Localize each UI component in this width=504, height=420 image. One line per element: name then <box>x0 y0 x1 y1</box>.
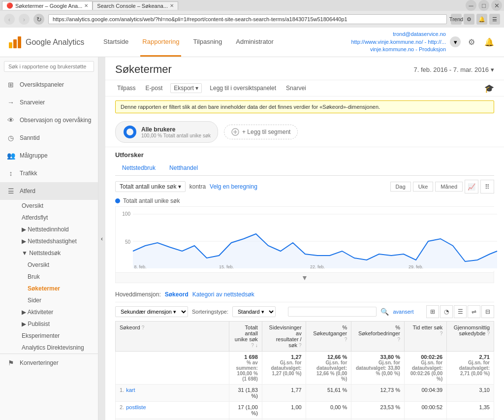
forward-btn[interactable]: › <box>19 14 30 25</box>
list-view-icon[interactable]: ☰ <box>454 305 467 318</box>
url-bar[interactable]: https://analytics.google.com/analytics/w… <box>48 14 447 24</box>
th-tid-etter-sok[interactable]: Tid etter søk ? <box>404 322 446 352</box>
trend-btn[interactable]: Trend <box>451 14 462 25</box>
ext-icon2[interactable]: 🔔 <box>476 14 487 25</box>
svg-text:15. feb.: 15. feb. <box>219 264 234 269</box>
submenu-atferdsflyt[interactable]: Atferdsflyt <box>18 212 98 224</box>
clock-icon: ◷ <box>6 133 16 143</box>
submenu-sider[interactable]: Sider <box>24 294 98 306</box>
legg-til-btn[interactable]: Legg til i oversiktspanelet <box>208 84 278 93</box>
submenu-eksperimenter[interactable]: Eksperimenter <box>18 330 98 342</box>
sidebar-item-snarveier[interactable]: → Snarveier <box>0 94 98 111</box>
back-btn[interactable]: ‹ <box>4 14 15 25</box>
help-icon[interactable]: 🎓 <box>484 84 494 93</box>
date-range-text: 7. feb. 2016 - 7. mar. 2016 <box>414 66 489 73</box>
table-search-input[interactable] <box>288 307 377 317</box>
dim-sokeord-link[interactable]: Søkeord <box>165 291 189 298</box>
toolbar: Tilpass E-post Eksport ▾ Legg til i over… <box>105 80 504 97</box>
sidebar-search-input[interactable] <box>4 61 94 72</box>
ext-icon1[interactable]: ⚙ <box>464 14 474 25</box>
tab-close[interactable]: ✕ <box>170 3 174 8</box>
ga-logo-icon <box>8 35 22 49</box>
header-right: trond@dataservice.no http://www.vinje.ko… <box>351 31 496 53</box>
tab-search-console[interactable]: Search Console – Søkeana... ✕ <box>93 1 178 10</box>
tab-close[interactable]: ✕ <box>84 3 88 8</box>
submenu-sok-oversikt[interactable]: Oversikt <box>24 259 98 271</box>
tab-nettstedbruk[interactable]: Nettstedbruk <box>115 162 162 175</box>
th-keyword-help: ? <box>142 325 145 330</box>
minimize-btn[interactable]: ─ <box>466 0 476 11</box>
row1-keyword: 1.kart <box>116 385 229 402</box>
th-sokeforbedringer[interactable]: % Søkeforbedringer ? <box>351 322 405 352</box>
date-range-picker[interactable]: 7. feb. 2016 - 7. mar. 2016 ▾ <box>414 66 495 73</box>
add-segment-btn[interactable]: + Legg til segment <box>224 125 298 139</box>
pie-view-icon[interactable]: ◔ <box>440 305 453 318</box>
refresh-btn[interactable]: ↻ <box>33 14 44 25</box>
tab-netthandel[interactable]: Netthandel <box>162 162 205 175</box>
snarvei-btn[interactable]: Snarvei <box>284 84 308 93</box>
browser-toolbar-icons: Trend ⚙ 🔔 ☰ <box>451 14 500 25</box>
th-sokeutganger[interactable]: % Søkeutganger ? <box>306 322 351 352</box>
close-btn[interactable]: ✕ <box>491 0 502 11</box>
sidebar-item-oversiktspaneler[interactable]: ⊞ Oversiktspaneler <box>0 76 98 94</box>
account-switcher-btn[interactable]: ▾ <box>450 36 461 47</box>
submenu-aktiviteter[interactable]: ▶ Aktiviteter <box>18 306 98 318</box>
th-sokedybde[interactable]: Gjennomsnittig søkedybde ? <box>447 322 494 352</box>
settings-icon[interactable]: ⚙ <box>465 35 478 49</box>
segment-pill[interactable]: Alle brukere 100,00 % Totalt antall unik… <box>115 121 218 143</box>
submenu-nettstedshastighet[interactable]: ▶ Nettstedshastighet <box>18 235 98 247</box>
submenu-oversikt[interactable]: Oversikt <box>18 200 98 212</box>
sidebar-item-sanntid[interactable]: ◷ Sanntid <box>0 129 98 147</box>
nav-rapportering[interactable]: Rapportering <box>140 28 181 57</box>
people-icon: 👥 <box>6 151 16 161</box>
compare-view-icon[interactable]: ⇌ <box>468 305 480 318</box>
bar-chart-btn[interactable]: ⠿ <box>480 180 494 194</box>
th-tid-help: ? <box>440 331 443 336</box>
submenu-nettstedinnhold[interactable]: ▶ Nettstedinnhold <box>18 224 98 235</box>
legend-dot <box>115 198 120 203</box>
chart-scroll-btn[interactable]: ▼ <box>301 274 308 282</box>
submenu-bruk[interactable]: Bruk <box>24 271 98 283</box>
th-keyword[interactable]: Søkeord ? <box>116 322 229 352</box>
row1-sokeut: 51,61 % <box>306 385 351 402</box>
th-unike-sok[interactable]: Totalt antall unike søk ? ↓ <box>229 322 262 352</box>
row1-sidevis: 1,77 <box>262 385 306 402</box>
epost-btn[interactable]: E-post <box>144 84 165 93</box>
ext-icon3[interactable]: ☰ <box>489 14 500 25</box>
sidebar-item-malgruppe[interactable]: 👥 Målgruppe <box>0 147 98 164</box>
submenu-soketermer[interactable]: Søketermer <box>24 283 98 294</box>
nav-tilpasning[interactable]: Tilpasning <box>191 28 224 57</box>
keyword-link[interactable]: postliste <box>126 404 146 410</box>
line-chart-btn[interactable]: 📈 <box>465 180 478 194</box>
velg-link[interactable]: Velg en beregning <box>210 183 257 190</box>
pivot-view-icon[interactable]: ⊟ <box>481 305 494 318</box>
grid-view-icon[interactable]: ⊞ <box>426 305 439 318</box>
sekundaer-dimensjon-dropdown[interactable]: Sekundær dimensjon ▾ <box>115 306 188 317</box>
avansert-link[interactable]: avansert <box>393 309 413 315</box>
sidebar-collapse-btn[interactable]: ‹ <box>98 57 105 420</box>
metric-dropdown[interactable]: Totalt antall unike søk ▾ <box>115 181 186 192</box>
sidebar-item-observasjon[interactable]: 👁 Observasjon og overvåking <box>0 111 98 129</box>
dim-kategori-link[interactable]: Kategori av nettstedsøk <box>192 291 254 298</box>
keyword-link[interactable]: kart <box>126 387 135 393</box>
sidebar-item-konverteringer[interactable]: ⚑ Konverteringer <box>0 354 98 372</box>
dag-btn[interactable]: Dag <box>390 182 411 192</box>
arrow-right-icon: → <box>6 97 16 107</box>
nav-administrator[interactable]: Administrator <box>234 28 276 57</box>
th-sidevisninger[interactable]: Sidevisninger av resultater / søk ? <box>262 322 306 352</box>
sortering-dropdown[interactable]: Standard ▾ <box>232 306 276 317</box>
submenu-direktevisning[interactable]: Analytics Direktevisning <box>18 342 98 354</box>
sidebar-item-atferd[interactable]: ☰ Atferd <box>0 182 98 200</box>
uke-btn[interactable]: Uke <box>413 182 434 192</box>
tilpass-btn[interactable]: Tilpass <box>115 84 138 93</box>
sidebar-item-trafikk[interactable]: ↕ Trafikk <box>0 164 98 182</box>
nav-startside[interactable]: Startside <box>101 28 130 57</box>
notifications-icon[interactable]: 🔔 <box>482 35 496 49</box>
maximize-btn[interactable]: □ <box>478 0 489 11</box>
submenu-publisist[interactable]: ▶ Publisist <box>18 318 98 330</box>
tab-analytics[interactable]: 🔴 Søketermer – Google Ana... ✕ <box>2 1 93 10</box>
maned-btn[interactable]: Måned <box>435 182 463 192</box>
eksport-dropdown[interactable]: Eksport ▾ <box>170 83 202 93</box>
segment-label: Alle brukere <box>141 126 211 133</box>
submenu-nettstedssok[interactable]: ▼ Nettstedsøk <box>18 247 98 259</box>
